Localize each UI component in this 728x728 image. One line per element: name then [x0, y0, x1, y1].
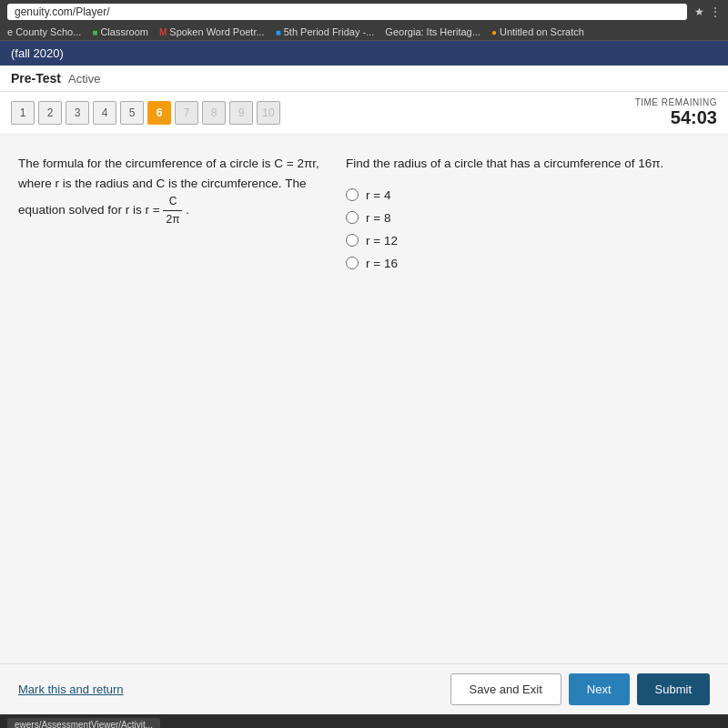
footer-buttons: Save and Exit Next Submit: [450, 673, 710, 705]
taskbar-item[interactable]: ewers/AssessmentViewer/Activit...: [7, 718, 160, 728]
mark-return-link[interactable]: Mark this and return: [18, 682, 124, 696]
bookmark-scratch[interactable]: ● Untitled on Scratch: [491, 26, 584, 37]
option-r8-label: r = 8: [366, 211, 390, 225]
radio-circle-1: [346, 188, 359, 201]
bookmark-classroom-label: Classroom: [100, 26, 148, 37]
option-r12-label: r = 12: [366, 234, 398, 248]
nav-numbers: 1 2 3 4 5 6 7 8 9 10: [11, 101, 280, 125]
fraction-numerator: C: [163, 193, 182, 211]
app-header-text: (fall 2020): [11, 46, 64, 60]
option-r16[interactable]: r = 16: [346, 257, 710, 270]
star-icon: ★: [694, 5, 704, 18]
bookmark-5th[interactable]: ■ 5th Period Friday -...: [276, 26, 375, 37]
save-exit-button[interactable]: Save and Exit: [450, 673, 561, 705]
question-nav: 1 2 3 4 5 6 7 8 9 10 TIME REMAINING 54:0…: [0, 92, 728, 136]
option-r4-label: r = 4: [366, 188, 390, 202]
main-content: The formula for the circumference of a c…: [0, 136, 728, 481]
bookmark-spoken[interactable]: M Spoken Word Poetr...: [159, 26, 265, 37]
footer: Mark this and return Save and Exit Next …: [0, 663, 728, 714]
next-button[interactable]: Next: [569, 673, 630, 705]
option-r16-label: r = 16: [366, 257, 398, 270]
option-r12[interactable]: r = 12: [346, 234, 710, 248]
radio-circle-4: [346, 257, 359, 269]
right-question-text: Find the radius of a circle that has a c…: [346, 154, 710, 174]
nav-num-5[interactable]: 5: [120, 101, 144, 125]
cal-icon: ■: [276, 27, 281, 37]
pretest-bar: Pre-Test Active: [0, 66, 728, 92]
left-text-3: equation solved for r is r =: [18, 203, 160, 217]
classroom-icon: ■: [92, 27, 97, 37]
question-text-left: The formula for the circumference of a c…: [18, 154, 328, 229]
bookmarks-bar: e County Scho... ■ Classroom M Spoken Wo…: [0, 24, 728, 41]
bookmark-scratch-label: Untitled on Scratch: [500, 26, 584, 37]
fraction-denominator: 2π: [163, 211, 182, 228]
right-panel: Find the radius of a circle that has a c…: [346, 154, 710, 463]
nav-num-2[interactable]: 2: [38, 101, 62, 125]
taskbar: ewers/AssessmentViewer/Activit...: [0, 714, 728, 728]
active-badge: Active: [68, 72, 100, 86]
url-bar[interactable]: genuity.com/Player/: [7, 4, 687, 20]
nav-num-9[interactable]: 9: [229, 101, 253, 125]
bookmark-georgia-label: Georgia: Its Heritag...: [385, 26, 480, 37]
radio-options: r = 4 r = 8 r = 12 r = 16: [346, 188, 710, 270]
bookmark-5th-label: 5th Period Friday -...: [284, 26, 375, 37]
page-wrapper: genuity.com/Player/ ★ ⋮ e County Scho...…: [0, 0, 728, 728]
bookmark-georgia[interactable]: Georgia: Its Heritag...: [385, 26, 480, 37]
bookmark-classroom[interactable]: ■ Classroom: [92, 26, 148, 37]
browser-chrome: genuity.com/Player/ ★ ⋮: [0, 0, 728, 24]
bookmark-county-label: e County Scho...: [7, 26, 81, 37]
content-area: [0, 481, 728, 663]
browser-icons: ★ ⋮: [694, 5, 721, 18]
nav-num-4[interactable]: 4: [93, 101, 116, 125]
nav-num-1[interactable]: 1: [11, 101, 35, 125]
left-text-1: The formula for the circumference of a c…: [18, 157, 319, 170]
scratch-icon: ●: [491, 27, 497, 37]
submit-button[interactable]: Submit: [637, 673, 710, 705]
left-text-2: where r is the radius and C is the circu…: [18, 177, 306, 190]
menu-icon: ⋮: [710, 5, 721, 18]
nav-num-7[interactable]: 7: [175, 101, 198, 125]
bookmark-spoken-label: Spoken Word Poetr...: [169, 26, 264, 37]
nav-num-10[interactable]: 10: [257, 101, 280, 125]
nav-num-3[interactable]: 3: [66, 101, 89, 125]
time-label: TIME REMAINING: [635, 97, 717, 107]
mail-icon: M: [159, 27, 167, 37]
nav-num-6[interactable]: 6: [147, 101, 171, 125]
app-header: (fall 2020): [0, 41, 728, 66]
left-panel: The formula for the circumference of a c…: [18, 154, 328, 463]
content-wrapper: The formula for the circumference of a c…: [0, 136, 728, 714]
radio-circle-2: [346, 211, 359, 224]
nav-num-8[interactable]: 8: [202, 101, 226, 125]
bookmark-county[interactable]: e County Scho...: [7, 26, 81, 37]
option-r4[interactable]: r = 4: [346, 188, 710, 202]
radio-circle-3: [346, 234, 359, 247]
time-value: 54:03: [635, 107, 717, 128]
time-remaining: TIME REMAINING 54:03: [635, 97, 717, 128]
fraction: C 2π: [163, 193, 182, 228]
pretest-label: Pre-Test: [11, 71, 61, 86]
option-r8[interactable]: r = 8: [346, 211, 710, 225]
